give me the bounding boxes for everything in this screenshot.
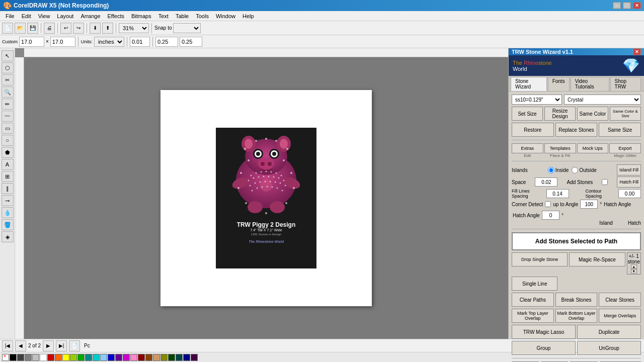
- menu-arrange[interactable]: Arrange: [77, 13, 104, 20]
- tab-video-tutorials[interactable]: Video Tutorials: [571, 77, 609, 91]
- same-color-size-button[interactable]: Same Color & Size: [610, 107, 641, 121]
- export-button[interactable]: Export: [609, 143, 641, 153]
- width-input[interactable]: [19, 37, 44, 47]
- restore-button[interactable]: Restore: [512, 123, 554, 137]
- color-brown[interactable]: [145, 354, 152, 361]
- connector-tool[interactable]: ⊸: [2, 195, 14, 206]
- open-button[interactable]: 📂: [15, 23, 26, 34]
- stone-increment-button[interactable]: ▲: [631, 264, 637, 269]
- units-select[interactable]: inches: [94, 37, 124, 47]
- color-green[interactable]: [77, 354, 85, 361]
- precision-input[interactable]: [130, 37, 150, 47]
- contour-spacing-input[interactable]: [618, 189, 641, 198]
- replace-stones-button[interactable]: Replace Stones: [555, 123, 598, 137]
- menu-text[interactable]: Text: [155, 13, 172, 20]
- mark-bottom-button[interactable]: Mark Bottom Layer Overlap: [555, 309, 598, 323]
- drop-single-stone-button[interactable]: Drop Single Stone: [512, 252, 568, 266]
- crystal-type-select[interactable]: Crystal: [564, 95, 641, 105]
- clear-paths-button[interactable]: Clear Paths: [512, 293, 554, 307]
- add-stones-checkbox[interactable]: [602, 179, 608, 185]
- add-stones-to-path-button[interactable]: Add Stones Selected to Path: [512, 232, 641, 250]
- color-orange[interactable]: [55, 354, 62, 361]
- menu-bitmaps[interactable]: Bitmaps: [128, 13, 155, 20]
- tab-fonts[interactable]: Fonts: [548, 77, 570, 91]
- x-input[interactable]: [155, 37, 178, 47]
- color-magenta[interactable]: [123, 354, 130, 361]
- same-color-button[interactable]: Same Color: [577, 107, 608, 121]
- island-fill-button[interactable]: Island Fill: [617, 164, 641, 175]
- menu-file[interactable]: File: [2, 13, 18, 20]
- menu-tools[interactable]: Tools: [192, 13, 212, 20]
- magic-respace-button[interactable]: Magic Re-Space: [569, 252, 625, 266]
- crop-tool[interactable]: ✂: [2, 74, 14, 85]
- menu-edit[interactable]: Edit: [18, 13, 35, 20]
- menu-effects[interactable]: Effects: [104, 13, 128, 20]
- templates-button[interactable]: Templates: [544, 143, 576, 153]
- duplicate-button[interactable]: Duplicate: [577, 325, 641, 339]
- color-red[interactable]: [47, 354, 54, 361]
- fill-tool[interactable]: 🪣: [2, 219, 14, 230]
- first-page-button[interactable]: |◀: [2, 340, 13, 351]
- color-gray[interactable]: [25, 354, 32, 361]
- wizard-close-button[interactable]: ✕: [633, 48, 641, 55]
- minimize-button[interactable]: ─: [613, 2, 621, 9]
- tab-shop-trw[interactable]: Shop TRW: [610, 77, 641, 91]
- menu-view[interactable]: View: [35, 13, 54, 20]
- rect-tool[interactable]: ▭: [2, 123, 14, 134]
- group-button[interactable]: Group: [512, 341, 576, 355]
- add-page-button[interactable]: 📄: [69, 340, 80, 351]
- set-size-button[interactable]: Set Size: [512, 107, 543, 121]
- inside-radio[interactable]: Inside: [548, 167, 569, 173]
- stone-size-select[interactable]: ss10=0.129": [512, 95, 562, 105]
- fill-lines-input[interactable]: [546, 189, 569, 198]
- mark-top-button[interactable]: Mark Top Layer Overlap: [512, 309, 554, 323]
- color-navy[interactable]: [183, 354, 190, 361]
- color-purple[interactable]: [115, 354, 122, 361]
- color-dark-purple[interactable]: [191, 354, 198, 361]
- smart-draw-tool[interactable]: 〰: [2, 111, 14, 122]
- menu-help[interactable]: Help: [239, 13, 258, 20]
- color-dark-green[interactable]: [168, 354, 175, 361]
- color-dark-teal[interactable]: [176, 354, 183, 361]
- canvas-content[interactable]: TRW Piggy 2 Design 7.4" Tall X 7.1" Wide…: [24, 57, 508, 339]
- color-white[interactable]: [40, 354, 47, 361]
- new-button[interactable]: 📄: [2, 23, 13, 34]
- parallel-tool[interactable]: ∥: [2, 183, 14, 194]
- canvas-area[interactable]: TRW Piggy 2 Design 7.4" Tall X 7.1" Wide…: [15, 48, 508, 339]
- shape-tool[interactable]: ⬡: [2, 62, 14, 73]
- stone-decrement-button[interactable]: ▼: [631, 269, 637, 274]
- menu-window[interactable]: Window: [212, 13, 239, 20]
- close-button[interactable]: ✕: [633, 2, 641, 9]
- menu-layout[interactable]: Layout: [53, 13, 77, 20]
- same-size-button[interactable]: Same Size: [599, 123, 641, 137]
- hatch-fill-button[interactable]: Hatch Fill: [617, 176, 641, 188]
- table-tool[interactable]: ⊞: [2, 171, 14, 182]
- last-page-button[interactable]: ▶|: [56, 340, 67, 351]
- hatch-angle-input[interactable]: [542, 211, 559, 220]
- color-light-gray[interactable]: [32, 354, 39, 361]
- redo-button[interactable]: ↪: [73, 23, 84, 34]
- menu-table[interactable]: Table: [172, 13, 192, 20]
- export-button[interactable]: ⬆: [102, 23, 113, 34]
- color-light-blue[interactable]: [100, 354, 107, 361]
- next-page-button[interactable]: ▶: [43, 340, 54, 351]
- color-blue[interactable]: [108, 354, 115, 361]
- color-yellow[interactable]: [62, 354, 69, 361]
- import-button[interactable]: ⬇: [90, 23, 101, 34]
- color-olive[interactable]: [160, 354, 168, 361]
- color-tan[interactable]: [153, 354, 160, 361]
- select-tool[interactable]: ↖: [2, 50, 14, 61]
- maximize-button[interactable]: □: [623, 2, 631, 9]
- polygon-tool[interactable]: ⬟: [2, 147, 14, 158]
- color-black[interactable]: [10, 354, 17, 361]
- clear-stones-button[interactable]: Clear Stones: [599, 293, 641, 307]
- color-teal[interactable]: [85, 354, 92, 361]
- zoom-tool[interactable]: 🔍: [2, 86, 14, 98]
- height-input[interactable]: [50, 37, 75, 47]
- single-line-button[interactable]: Single Line: [512, 277, 557, 291]
- print-button[interactable]: 🖨: [44, 23, 55, 34]
- corner-detect-checkbox[interactable]: [545, 201, 551, 207]
- freehand-tool[interactable]: ✏: [2, 99, 14, 110]
- trw-magic-lasso-button[interactable]: TRW Magic Lasso: [512, 325, 576, 339]
- color-pink[interactable]: [130, 354, 137, 361]
